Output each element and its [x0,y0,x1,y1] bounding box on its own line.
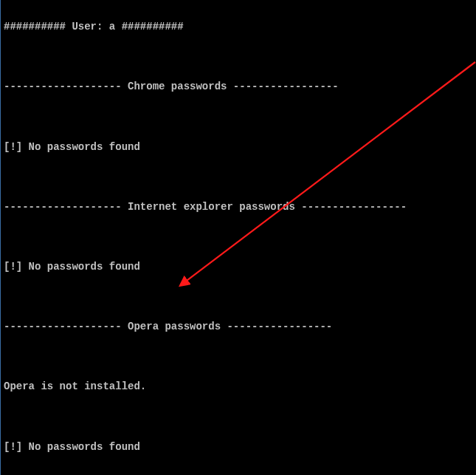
blank [4,49,476,64]
section-opera: ------------------- Opera passwords ----… [4,319,476,334]
blank [4,290,476,304]
user-header-a: ########## User: a ########## [4,19,476,34]
terminal-output: ########## User: a ########## ----------… [1,0,476,475]
blank [4,109,476,124]
opera-result: [!] No passwords found [4,440,476,454]
section-chrome: ------------------- Chrome passwords ---… [4,79,476,94]
ie-result: [!] No passwords found [4,259,476,274]
blank [4,469,476,475]
blank [4,229,476,244]
opera-not-installed: Opera is not installed. [4,379,476,394]
blank [4,409,476,424]
blank [4,349,476,364]
chrome-result: [!] No passwords found [4,140,476,154]
blank [4,169,476,184]
section-ie: ------------------- Internet explorer pa… [4,199,476,214]
